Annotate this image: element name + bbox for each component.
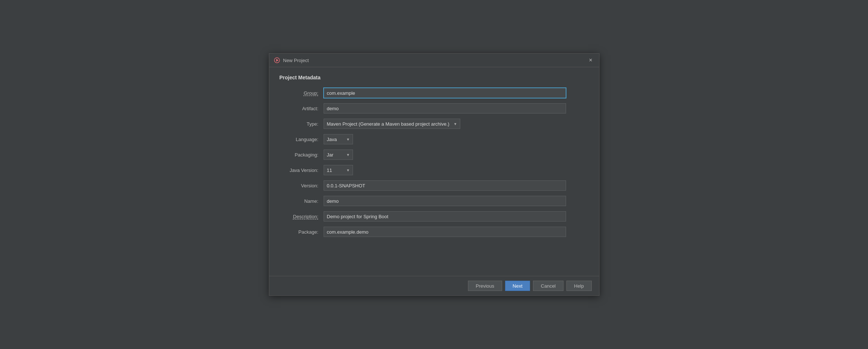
type-label: Type: [280, 121, 324, 127]
name-label: Name: [280, 198, 324, 204]
version-input[interactable] [324, 180, 566, 191]
section-title: Project Metadata [280, 75, 589, 80]
language-select-wrapper: Java Kotlin Groovy ▼ [324, 134, 353, 144]
language-row: Language: Java Kotlin Groovy ▼ [280, 134, 589, 144]
group-row: Group: [280, 88, 589, 98]
language-label: Language: [280, 137, 324, 142]
type-select-wrapper: Maven Project (Generate a Maven based pr… [324, 119, 460, 129]
group-input[interactable] [324, 88, 566, 98]
close-button[interactable]: × [587, 57, 594, 64]
packaging-select-wrapper: Jar War ▼ [324, 150, 353, 160]
dialog-content: Project Metadata Group: Artifact: Type: … [269, 67, 599, 276]
artifact-label: Artifact: [280, 106, 324, 111]
cancel-button[interactable]: Cancel [533, 281, 563, 291]
previous-button[interactable]: Previous [468, 281, 502, 291]
artifact-row: Artifact: [280, 103, 589, 114]
java-version-select-wrapper: 8 11 17 21 ▼ [324, 165, 353, 175]
version-row: Version: [280, 180, 589, 191]
packaging-label: Packaging: [280, 152, 324, 158]
next-button[interactable]: Next [505, 281, 530, 291]
description-row: Description: [280, 211, 589, 222]
description-label: Description: [280, 214, 324, 219]
version-label: Version: [280, 183, 324, 188]
name-row: Name: [280, 196, 589, 206]
app-logo-icon [274, 57, 280, 63]
new-project-dialog: New Project × Project Metadata Group: Ar… [269, 53, 599, 296]
dialog-title: New Project [283, 58, 309, 63]
java-version-row: Java Version: 8 11 17 21 ▼ [280, 165, 589, 175]
title-bar-left: New Project [274, 57, 309, 64]
description-input[interactable] [324, 211, 566, 222]
app-icon [274, 57, 280, 64]
name-input[interactable] [324, 196, 566, 206]
title-bar: New Project × [269, 54, 599, 67]
dialog-footer: Previous Next Cancel Help [269, 276, 599, 295]
group-label: Group: [280, 90, 324, 96]
packaging-row: Packaging: Jar War ▼ [280, 150, 589, 160]
package-input[interactable] [324, 227, 566, 237]
language-select[interactable]: Java Kotlin Groovy [324, 134, 353, 144]
artifact-input[interactable] [324, 103, 566, 114]
package-row: Package: [280, 227, 589, 237]
package-label: Package: [280, 229, 324, 235]
help-button[interactable]: Help [566, 281, 592, 291]
type-select[interactable]: Maven Project (Generate a Maven based pr… [324, 119, 460, 129]
type-row: Type: Maven Project (Generate a Maven ba… [280, 119, 589, 129]
java-version-select[interactable]: 8 11 17 21 [324, 165, 353, 175]
svg-marker-1 [276, 59, 278, 62]
java-version-label: Java Version: [280, 168, 324, 173]
packaging-select[interactable]: Jar War [324, 150, 353, 160]
